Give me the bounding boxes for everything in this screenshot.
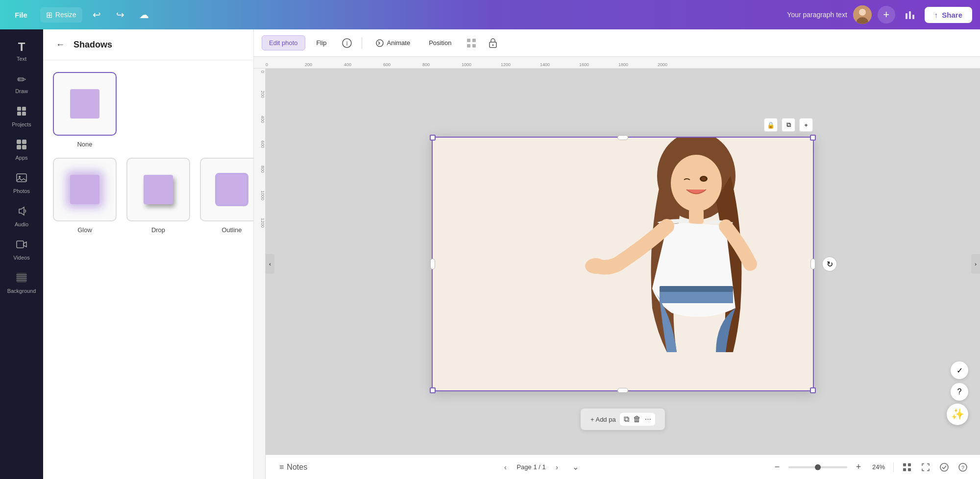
sidebar-item-background[interactable]: Background — [3, 267, 40, 299]
page-info: Page 1 / 1 — [516, 463, 545, 471]
edit-photo-button[interactable]: Edit photo — [262, 35, 305, 50]
background-icon — [16, 272, 27, 286]
svg-rect-10 — [17, 140, 21, 144]
svg-rect-27 — [467, 44, 470, 48]
user-avatar[interactable] — [853, 5, 872, 24]
canvas-content[interactable]: ↻ 🔒 ⧉ + + Add pa ⧉ 🗑 — [266, 69, 980, 459]
position-button[interactable]: Position — [421, 35, 459, 50]
cloud-save-button[interactable]: ☁ — [135, 6, 153, 24]
svg-rect-6 — [17, 107, 21, 111]
zoom-level: 24% — [870, 463, 887, 471]
collapse-right-button[interactable]: › — [971, 254, 980, 274]
shadow-box-none — [70, 89, 99, 119]
delete-page-button[interactable]: 🗑 — [633, 415, 641, 424]
videos-icon — [16, 239, 27, 253]
element-top-tools: 🔒 ⧉ + — [764, 118, 813, 132]
shadow-box-outline — [217, 175, 246, 204]
sidebar-item-videos[interactable]: Videos — [3, 234, 40, 265]
svg-rect-4 — [909, 11, 911, 19]
sidebar-item-label: Apps — [15, 155, 27, 161]
magic-resize-button[interactable]: ✨ — [947, 404, 968, 425]
redo-button[interactable]: ↪ — [112, 6, 129, 24]
shadow-box-glow — [70, 175, 99, 204]
help-button[interactable]: ? — [951, 383, 968, 401]
bottom-bar-right: − + 24% — [770, 460, 970, 475]
add-button[interactable]: + — [878, 6, 895, 24]
svg-rect-9 — [22, 112, 26, 116]
photos-icon — [16, 172, 27, 186]
sidebar-item-label: Draw — [15, 88, 28, 94]
svg-rect-25 — [467, 39, 470, 42]
rotate-handle[interactable]: ↻ — [822, 256, 837, 272]
sidebar-item-photos[interactable]: Photos — [3, 168, 40, 199]
sidebar-item-label: Background — [7, 288, 36, 294]
notes-button[interactable]: ≡ Notes — [275, 460, 311, 475]
sidebar-item-label: Projects — [12, 121, 31, 127]
share-button[interactable]: ↑ Share — [925, 7, 972, 23]
flip-button[interactable]: Flip — [309, 35, 334, 50]
copy-element-button[interactable]: ⧉ — [782, 118, 795, 132]
help-question-button[interactable]: ? — [956, 460, 970, 475]
show-pages-button[interactable]: ⌄ — [568, 460, 583, 475]
canvas-page[interactable]: ↻ 🔒 ⧉ + — [432, 137, 814, 391]
lock-button[interactable] — [484, 34, 502, 52]
shadow-option-none[interactable]: None — [53, 72, 117, 148]
info-button[interactable]: i — [338, 34, 356, 52]
bottom-bar-center: ‹ Page 1 / 1 › ⌄ — [498, 460, 583, 475]
shadow-box-drop — [144, 175, 173, 204]
grid-button[interactable] — [463, 34, 480, 52]
add-element-button[interactable]: + — [799, 118, 813, 132]
svg-text:?: ? — [961, 465, 964, 471]
shadow-option-glow[interactable]: Glow — [53, 158, 117, 234]
sidebar-item-draw[interactable]: ✏ Draw — [3, 69, 40, 99]
shadow-option-drop[interactable]: Drop — [126, 158, 190, 234]
check-button[interactable]: ✓ — [951, 361, 968, 379]
shadow-option-outline[interactable]: Outline — [200, 158, 254, 234]
lock-element-button[interactable]: 🔒 — [764, 118, 778, 132]
shadow-preview-drop — [126, 158, 190, 221]
shadow-label-none: None — [77, 141, 92, 148]
collapse-left-button[interactable]: ‹ — [266, 254, 274, 274]
analytics-button[interactable] — [901, 6, 919, 24]
sidebar-item-text[interactable]: T Text — [3, 35, 40, 67]
svg-rect-3 — [906, 13, 907, 19]
bottom-bar: ≡ Notes ‹ Page 1 / 1 › ⌄ − + 24% — [266, 455, 980, 479]
notes-icon: ≡ — [279, 463, 284, 472]
svg-point-37 — [585, 258, 607, 274]
add-page-text: + Add pa — [590, 416, 616, 423]
shadow-preview-glow — [53, 158, 117, 221]
zoom-slider[interactable] — [788, 466, 847, 468]
zoom-in-button[interactable]: + — [851, 460, 866, 475]
zoom-out-button[interactable]: − — [770, 460, 784, 475]
prev-page-button[interactable]: ‹ — [498, 460, 513, 475]
animate-button[interactable]: Animate — [368, 35, 418, 51]
next-page-button[interactable]: › — [550, 460, 564, 475]
undo-button[interactable]: ↩ — [88, 6, 106, 24]
shadows-panel: ← Shadows None Glow — [43, 29, 254, 479]
back-button[interactable]: ← — [53, 37, 68, 52]
toolbar-strip: Edit photo Flip i Animate Position — [254, 29, 980, 57]
fullscreen-button[interactable] — [918, 460, 933, 475]
grid-view-button[interactable] — [900, 460, 914, 475]
main-layout: T Text ✏ Draw Projects — [0, 29, 980, 479]
canvas-area[interactable]: 0 200 400 600 800 1000 1200 1400 1600 18… — [254, 57, 980, 479]
svg-rect-26 — [472, 39, 476, 42]
sidebar-item-label: Videos — [13, 255, 29, 261]
sidebar-item-apps[interactable]: Apps — [3, 134, 40, 166]
checkmark-button[interactable] — [937, 460, 952, 475]
sidebar-item-label: Audio — [15, 221, 28, 227]
svg-rect-7 — [22, 107, 26, 111]
svg-rect-36 — [689, 209, 704, 224]
apps-icon — [16, 139, 27, 153]
svg-rect-8 — [17, 112, 21, 116]
sidebar-item-label: Text — [17, 56, 26, 62]
more-page-button[interactable]: ··· — [645, 415, 651, 424]
svg-rect-43 — [908, 468, 911, 471]
resize-button[interactable]: ⊞ Resize — [40, 7, 82, 23]
sidebar-item-projects[interactable]: Projects — [3, 101, 40, 132]
add-page-bar[interactable]: + Add pa ⧉ 🗑 ··· — [581, 408, 665, 430]
file-menu[interactable]: File — [8, 8, 34, 22]
duplicate-page-button[interactable]: ⧉ — [624, 415, 629, 424]
sidebar-item-audio[interactable]: Audio — [3, 201, 40, 232]
svg-rect-41 — [908, 463, 911, 466]
